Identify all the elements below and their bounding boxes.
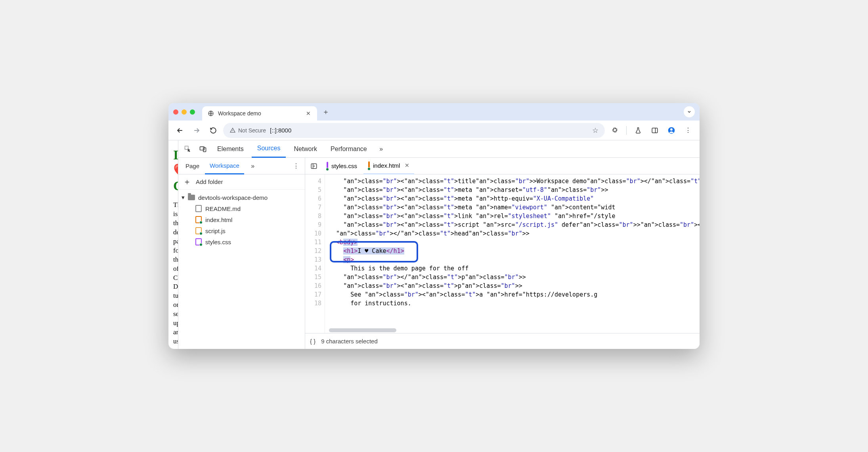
back-button[interactable]	[173, 124, 187, 137]
tab-performance[interactable]: Performance	[325, 140, 373, 158]
tabs-menu-button[interactable]	[684, 106, 695, 117]
tab-network[interactable]: Network	[288, 140, 323, 158]
globe-icon	[208, 110, 214, 117]
rendered-page: I ❤️ Cake This is the demo page for the …	[168, 140, 178, 349]
tab-sources[interactable]: Sources	[252, 140, 286, 158]
labs-icon[interactable]	[631, 124, 645, 137]
nav-tab-page[interactable]: Page	[181, 158, 204, 174]
tree-file[interactable]: styles.css	[178, 236, 305, 247]
svg-rect-1	[652, 128, 658, 133]
devtools-panel: Elements Sources Network Performance » ⋮…	[178, 140, 700, 349]
tree-file[interactable]: README.md	[178, 203, 305, 214]
kebab-menu-icon[interactable]: ⋮	[681, 124, 695, 137]
bookmark-icon[interactable]: ☆	[592, 126, 598, 135]
html-file-icon	[195, 216, 202, 223]
window-controls	[173, 109, 195, 115]
editor-tabs: styles.css index.html ✕	[305, 158, 700, 174]
toolbar-separator	[626, 126, 627, 135]
folder-label: devtools-workspace-demo	[198, 194, 268, 201]
devtools-tabbar: Elements Sources Network Performance » ⋮…	[178, 140, 700, 158]
svg-point-3	[670, 128, 673, 130]
css-file-icon	[195, 238, 202, 245]
folder-icon	[188, 194, 195, 201]
close-tab-icon[interactable]: ✕	[305, 110, 312, 117]
editor-tab-styles[interactable]: styles.css	[322, 158, 362, 174]
tree-folder[interactable]: ▾ devtools-workspace-demo	[178, 192, 305, 203]
sources-navigator: Page Workspace » ⋮ ＋ Add folder ▾	[178, 158, 305, 349]
css-file-icon	[327, 163, 328, 169]
forward-button[interactable]	[190, 124, 203, 137]
format-icon[interactable]: { }	[310, 338, 315, 345]
security-chip[interactable]: Not Secure	[229, 127, 266, 134]
svg-rect-5	[200, 147, 205, 150]
close-window-button[interactable]	[173, 109, 178, 115]
tree-file[interactable]: index.html	[178, 214, 305, 225]
selection-status: 9 characters selected	[321, 338, 378, 345]
omnibox[interactable]: Not Secure [::]:8000 ☆	[223, 123, 605, 138]
browser-toolbar: Not Secure [::]:8000 ☆ ⋮	[168, 121, 700, 140]
add-folder-button[interactable]: ＋ Add folder	[178, 174, 305, 190]
new-tab-button[interactable]: ＋	[320, 106, 331, 117]
file-label: script.js	[205, 228, 226, 234]
code-content[interactable]: "an">class="br"><"an">class="t">title"an…	[325, 174, 700, 333]
editor-tab-index[interactable]: index.html ✕	[363, 158, 414, 174]
profile-button[interactable]	[665, 124, 678, 137]
heading-prefix: I	[173, 147, 178, 162]
plain-file-icon	[195, 205, 202, 212]
tree-file[interactable]: script.js	[178, 225, 305, 236]
side-panel-icon[interactable]	[648, 124, 662, 137]
security-label: Not Secure	[238, 127, 266, 134]
extensions-icon[interactable]	[608, 124, 621, 137]
tab-strip: Workspace demo ✕ ＋	[168, 103, 700, 121]
url-text: [::]:8000	[270, 127, 291, 134]
html-file-icon	[368, 162, 370, 169]
file-label: index.html	[205, 216, 232, 223]
inspect-icon[interactable]	[182, 143, 194, 155]
plus-icon: ＋	[183, 176, 191, 187]
editor-tab-label: styles.css	[331, 163, 357, 169]
file-label: styles.css	[205, 239, 231, 245]
tab-title: Workspace demo	[218, 110, 301, 117]
add-folder-label: Add folder	[196, 178, 223, 185]
browser-window: Workspace demo ✕ ＋ Not Secure [::]:8000 …	[168, 103, 700, 349]
chevron-down-icon: ▾	[182, 194, 185, 201]
js-file-icon	[195, 227, 202, 234]
more-tabs-icon[interactable]: »	[375, 143, 388, 155]
line-gutter: 456789101112131415161718	[305, 174, 325, 333]
close-editor-tab-icon[interactable]: ✕	[405, 162, 409, 169]
horizontal-scrollbar[interactable]	[329, 328, 396, 332]
nav-kebab-icon[interactable]: ⋮	[290, 160, 302, 172]
heading-suffix: Cake	[173, 178, 178, 193]
minimize-window-button[interactable]	[182, 109, 187, 115]
maximize-window-button[interactable]	[190, 109, 195, 115]
content-area: I ❤️ Cake This is the demo page for the …	[168, 140, 700, 349]
devtools-body: Page Workspace » ⋮ ＋ Add folder ▾	[178, 158, 700, 349]
reload-button[interactable]	[206, 124, 220, 137]
code-editor: styles.css index.html ✕ 4567891011121314…	[305, 158, 700, 349]
file-label: README.md	[205, 205, 241, 212]
device-toggle-icon[interactable]	[197, 143, 209, 155]
editor-tab-label: index.html	[373, 162, 400, 169]
file-tree: ▾ devtools-workspace-demo README.mdindex…	[178, 190, 305, 349]
heart-icon: ❤️	[173, 163, 178, 178]
editor-status-bar: { } 9 characters selected Coverage: n/a	[305, 333, 700, 349]
browser-tab[interactable]: Workspace demo ✕	[202, 106, 317, 121]
nav-more-icon[interactable]: »	[247, 160, 259, 172]
code-area[interactable]: 456789101112131415161718 "an">class="br"…	[305, 174, 700, 333]
navigator-tabs: Page Workspace » ⋮	[178, 158, 305, 174]
tab-elements[interactable]: Elements	[212, 140, 249, 158]
toggle-navigator-icon[interactable]	[308, 160, 320, 172]
nav-tab-workspace[interactable]: Workspace	[205, 158, 244, 174]
